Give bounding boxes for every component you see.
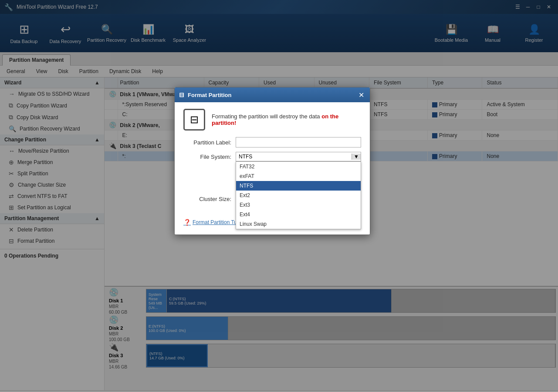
dialog-body: ⊟ Formating the partition will destroy t… (175, 102, 370, 214)
form-row-partition-label: Partition Label: (183, 137, 361, 147)
warning-symbol: ⊟ (190, 114, 199, 126)
file-system-dropdown: FAT32 exFAT NTFS Ext2 Ext3 Ext4 Linux Sw… (236, 161, 361, 229)
dropdown-option-ext4[interactable]: Ext4 (236, 210, 361, 219)
file-system-label: File System: (183, 154, 236, 160)
dialog-title-icon: ⊟ (179, 91, 184, 98)
dropdown-option-linux-swap[interactable]: Linux Swap (236, 219, 361, 229)
dialog-overlay: ⊟ Format Partition ✕ ⊟ Formating the par… (0, 0, 558, 392)
dialog-warning: ⊟ Formating the partition will destroy t… (183, 109, 361, 131)
partition-label-label: Partition Label: (183, 139, 236, 146)
dialog-header: ⊟ Format Partition ✕ (175, 87, 370, 102)
file-system-value: NTFS (239, 154, 252, 160)
warning-icon: ⊟ (183, 109, 205, 131)
dropdown-option-ntfs[interactable]: NTFS (236, 181, 361, 191)
dropdown-option-exfat[interactable]: exFAT (236, 171, 361, 181)
dialog-header-left: ⊟ Format Partition (179, 91, 231, 98)
file-system-select[interactable]: NTFS ▼ (236, 152, 361, 161)
warning-text: Formating the partition will destroy the… (212, 113, 361, 126)
form-row-file-system: File System: NTFS ▼ FAT32 exFAT NTFS Ext… (183, 152, 361, 161)
file-system-dropdown-arrow: ▼ (352, 154, 361, 160)
dropdown-option-fat32[interactable]: FAT32 (236, 162, 361, 171)
dropdown-option-ext3[interactable]: Ext3 (236, 200, 361, 210)
cluster-size-label: Cluster Size: (183, 196, 236, 202)
format-partition-dialog: ⊟ Format Partition ✕ ⊟ Formating the par… (174, 87, 370, 235)
dialog-close-button[interactable]: ✕ (357, 90, 365, 99)
dropdown-option-ext2[interactable]: Ext2 (236, 191, 361, 200)
dialog-title: Format Partition (188, 92, 231, 98)
partition-label-input[interactable] (236, 137, 361, 147)
file-system-select-wrapper: NTFS ▼ FAT32 exFAT NTFS Ext2 Ext3 Ext4 L… (236, 152, 361, 161)
help-circle-icon: ❓ (183, 219, 191, 226)
